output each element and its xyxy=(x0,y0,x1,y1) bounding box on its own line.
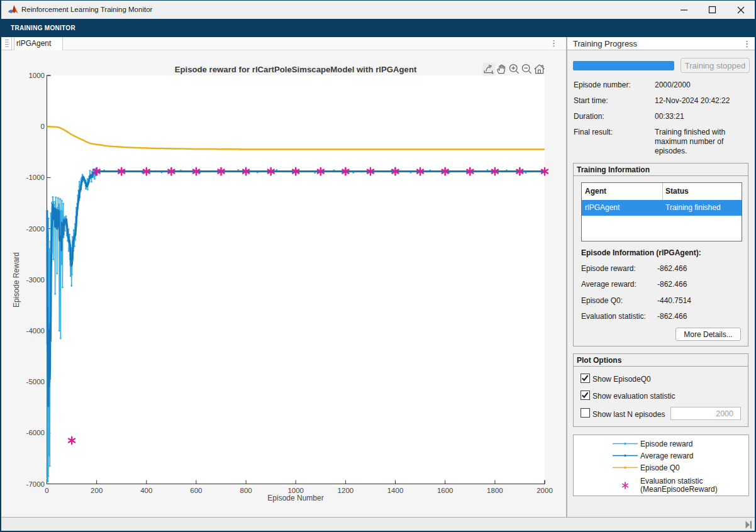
svg-text:1000: 1000 xyxy=(287,487,304,494)
svg-text:Episode reward for rlCartPoleS: Episode reward for rlCartPoleSimscapeMod… xyxy=(175,65,417,74)
svg-text:Evaluation statistic: Evaluation statistic xyxy=(640,477,703,485)
svg-text:-4000: -4000 xyxy=(26,327,45,335)
svg-text:0: 0 xyxy=(45,487,48,494)
svg-text:-1000: -1000 xyxy=(26,174,45,181)
svg-text:0: 0 xyxy=(41,123,45,130)
svg-text:Episode Q0: Episode Q0 xyxy=(640,463,680,472)
svg-text:400: 400 xyxy=(140,487,152,494)
svg-text:Episode Number: Episode Number xyxy=(267,494,323,502)
svg-text:1200: 1200 xyxy=(338,487,354,494)
svg-text:-2000: -2000 xyxy=(26,225,45,233)
svg-text:2000: 2000 xyxy=(536,487,553,494)
svg-text:800: 800 xyxy=(240,487,252,494)
svg-text:Episode Reward: Episode Reward xyxy=(12,252,21,308)
svg-text:1600: 1600 xyxy=(437,487,453,494)
svg-text:-3000: -3000 xyxy=(26,276,45,284)
svg-text:Episode reward: Episode reward xyxy=(640,440,692,448)
svg-text:-5000: -5000 xyxy=(26,378,45,385)
svg-text:-6000: -6000 xyxy=(26,429,45,436)
svg-text:(MeanEpisodeReward): (MeanEpisodeReward) xyxy=(640,485,718,494)
svg-text:1400: 1400 xyxy=(387,487,404,494)
svg-text:200: 200 xyxy=(91,487,103,494)
svg-text:1800: 1800 xyxy=(487,487,503,494)
svg-text:1000: 1000 xyxy=(28,72,45,79)
svg-text:Average reward: Average reward xyxy=(640,452,694,460)
svg-text:600: 600 xyxy=(190,487,202,494)
svg-text:-7000: -7000 xyxy=(26,480,45,488)
